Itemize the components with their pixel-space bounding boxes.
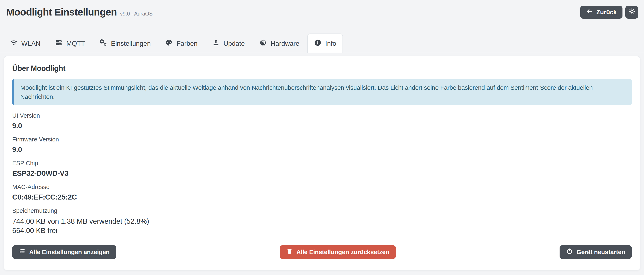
gears-icon [100, 39, 107, 48]
field-label: Firmware Version [12, 136, 632, 143]
field-value: C0:49:EF:CC:25:2C [12, 193, 632, 201]
restart-device-button[interactable]: Gerät neustarten [560, 245, 632, 259]
chip-icon [259, 39, 267, 48]
tab-label: Hardware [271, 40, 300, 47]
field-value: 9.0 [12, 145, 632, 154]
sun-icon [628, 8, 635, 16]
tab-farben[interactable]: Farben [158, 33, 204, 53]
tab-update[interactable]: Update [206, 33, 252, 53]
trash-icon [286, 248, 292, 256]
reset-all-settings-label: Alle Einstellungen zurücksetzen [296, 249, 389, 256]
field-mac-address: MAC-Adresse C0:49:EF:CC:25:2C [12, 184, 632, 201]
power-icon [566, 248, 573, 256]
back-button[interactable]: Zurück [580, 6, 622, 19]
page-title: Moodlight Einstellungen [6, 6, 117, 18]
header: Moodlight Einstellungen v9.0 - AuraOS Zu… [0, 0, 644, 24]
tab-label: Einstellungen [111, 40, 151, 47]
about-callout: Moodlight ist ein KI-gestütztes Stimmung… [12, 79, 632, 105]
field-label: MAC-Adresse [12, 184, 632, 190]
title-wrap: Moodlight Einstellungen v9.0 - AuraOS [6, 6, 152, 18]
version-subtitle: v9.0 - AuraOS [120, 11, 152, 17]
field-memory-usage: Speichernutzung 744.00 KB von 1.38 MB ve… [12, 207, 632, 235]
restart-device-label: Gerät neustarten [576, 249, 625, 256]
tab-label: Update [224, 40, 245, 47]
back-button-label: Zurück [596, 9, 617, 16]
server-icon [55, 39, 62, 48]
field-value: 9.0 [12, 122, 632, 130]
show-all-settings-button[interactable]: Alle Einstellungen anzeigen [12, 245, 116, 259]
info-card: Über Moodlight Moodlight ist ein KI-gest… [4, 56, 640, 270]
show-all-settings-label: Alle Einstellungen anzeigen [29, 249, 110, 256]
tab-label: WLAN [21, 40, 40, 47]
tab-bar: WLAN MQTT Einstellungen Farben Update [0, 33, 644, 53]
list-icon [19, 248, 26, 256]
field-value: ESP32-D0WD-V3 [12, 169, 632, 177]
field-firmware-version: Firmware Version 9.0 [12, 136, 632, 154]
tab-mqtt[interactable]: MQTT [48, 33, 92, 53]
memory-free-value: 664.00 KB frei [12, 226, 632, 235]
tab-label: MQTT [66, 40, 85, 47]
about-callout-text: Moodlight ist ein KI-gestütztes Stimmung… [20, 84, 593, 100]
tab-label: Info [325, 40, 336, 47]
palette-icon [165, 39, 173, 48]
upload-icon [212, 39, 220, 48]
field-label: ESP Chip [12, 160, 632, 167]
memory-used-value: 744.00 KB von 1.38 MB verwendet (52.8%) [12, 217, 632, 226]
header-actions: Zurück [580, 6, 638, 19]
action-row: Alle Einstellungen anzeigen Alle Einstel… [12, 245, 632, 259]
tab-einstellungen[interactable]: Einstellungen [93, 33, 157, 53]
tab-hardware[interactable]: Hardware [253, 33, 306, 53]
theme-toggle-button[interactable] [626, 6, 638, 19]
wifi-icon [10, 39, 18, 48]
tab-label: Farben [176, 40, 198, 47]
field-esp-chip: ESP Chip ESP32-D0WD-V3 [12, 160, 632, 177]
field-label: UI Version [12, 112, 632, 119]
tab-wlan[interactable]: WLAN [3, 33, 47, 53]
info-icon [314, 39, 322, 48]
tab-info[interactable]: Info [307, 33, 343, 53]
field-label: Speichernutzung [12, 207, 632, 214]
reset-all-settings-button[interactable]: Alle Einstellungen zurücksetzen [280, 245, 396, 259]
card-heading: Über Moodlight [12, 64, 632, 73]
moodlight-settings-app: Moodlight Einstellungen v9.0 - AuraOS Zu… [0, 0, 644, 270]
arrow-left-icon [586, 8, 593, 16]
field-ui-version: UI Version 9.0 [12, 112, 632, 130]
